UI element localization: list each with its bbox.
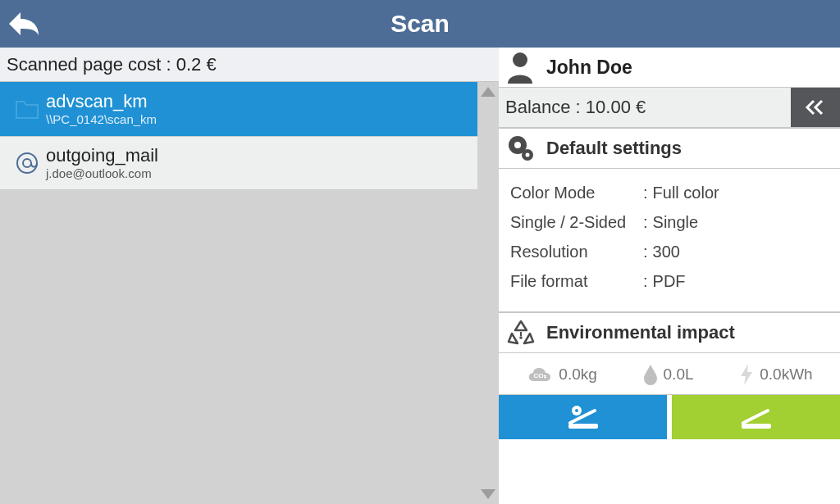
cloud-icon: CO₂ [526, 365, 554, 384]
svg-rect-8 [520, 332, 522, 336]
setting-row: Color Mode : Full color [510, 179, 719, 207]
scrollbar[interactable] [477, 82, 499, 504]
balance-label: Balance : 10.00 € [505, 97, 646, 118]
destination-detail: j.doe@outlook.com [46, 166, 158, 180]
collapse-button[interactable] [791, 88, 840, 127]
svg-point-4 [514, 142, 521, 148]
setting-row: File format : PDF [510, 267, 719, 295]
page-title: Scan [0, 10, 840, 38]
app-header: Scan [0, 0, 840, 48]
gear-icon [507, 134, 535, 162]
env-energy-value: 0.0kWh [760, 366, 812, 384]
at-icon [15, 151, 39, 175]
svg-point-2 [513, 52, 527, 67]
setting-value: Single [653, 208, 719, 236]
destination-list: advscan_km \\PC_0142\scan_km outgo [0, 82, 499, 504]
setting-row: Single / 2-Sided : Single [510, 208, 719, 236]
env-co2-value: 0.0kg [559, 366, 596, 384]
lightning-icon [738, 363, 755, 386]
left-panel: Scanned page cost : 0.2 € advscan_km \\P… [0, 48, 499, 504]
settings-title: Default settings [546, 138, 682, 159]
back-arrow-icon [7, 9, 40, 39]
double-chevron-left-icon [804, 99, 827, 116]
scan-cost-label: Scanned page cost : 0.2 € [0, 48, 499, 82]
setting-value: 300 [653, 238, 719, 266]
scroll-down-icon[interactable] [481, 489, 495, 499]
user-row: John Doe [499, 48, 840, 87]
environment-body: CO₂ 0.0kg 0.0L 0.0kWh [499, 353, 840, 395]
scroll-up-icon[interactable] [481, 87, 495, 97]
setting-label: File format [510, 267, 641, 295]
scanner-settings-icon [560, 402, 606, 432]
svg-point-6 [526, 153, 530, 157]
env-water: 0.0L [642, 364, 694, 385]
scan-button[interactable] [672, 395, 840, 439]
svg-rect-10 [568, 424, 598, 429]
svg-rect-13 [742, 424, 771, 429]
right-panel: John Doe Balance : 10.00 € Default setti… [499, 48, 840, 504]
setting-row: Resolution : 300 [510, 238, 719, 266]
action-row [499, 395, 840, 439]
settings-body: Color Mode : Full color Single / 2-Sided… [499, 169, 840, 312]
svg-point-0 [17, 153, 37, 173]
svg-point-7 [519, 336, 523, 339]
recycle-icon [507, 319, 535, 347]
user-name: John Doe [546, 57, 632, 79]
svg-point-12 [575, 409, 578, 412]
settings-header: Default settings [499, 128, 840, 169]
setting-value: PDF [653, 267, 719, 295]
settings-button[interactable] [499, 395, 667, 439]
setting-label: Color Mode [510, 179, 641, 207]
folder-icon [15, 98, 39, 120]
setting-value: Full color [653, 179, 719, 207]
destination-detail: \\PC_0142\scan_km [46, 112, 157, 126]
destination-name: outgoing_mail [46, 146, 158, 166]
destination-item-outgoing[interactable]: outgoing_mail j.doe@outlook.com [0, 136, 477, 190]
environment-title: Environmental impact [546, 322, 735, 343]
setting-label: Resolution [510, 238, 641, 266]
env-co2: CO₂ 0.0kg [526, 365, 596, 384]
destination-item-advscan[interactable]: advscan_km \\PC_0142\scan_km [0, 82, 477, 136]
destination-name: advscan_km [46, 92, 157, 111]
water-drop-icon [642, 364, 659, 385]
user-icon [505, 51, 535, 84]
env-energy: 0.0kWh [738, 363, 812, 386]
env-water-value: 0.0L [664, 366, 694, 384]
svg-point-1 [23, 159, 31, 167]
environment-header: Environmental impact [499, 312, 840, 353]
scanner-icon [733, 402, 779, 432]
svg-text:CO₂: CO₂ [534, 372, 546, 379]
setting-label: Single / 2-Sided [510, 208, 641, 236]
back-button[interactable] [0, 0, 48, 48]
balance-row: Balance : 10.00 € [499, 87, 840, 128]
